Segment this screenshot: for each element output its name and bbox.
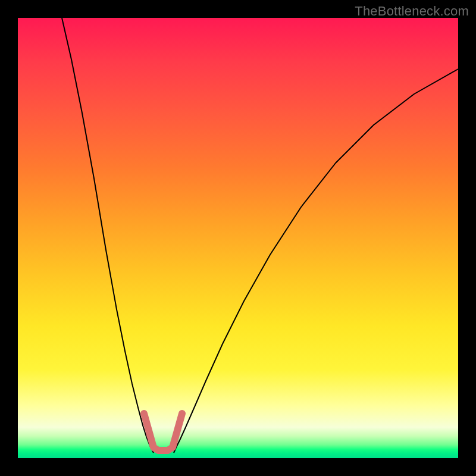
left-curve <box>62 18 154 453</box>
chart-frame: TheBottleneck.com <box>0 0 476 476</box>
chart-curves <box>18 18 458 458</box>
watermark-text: TheBottleneck.com <box>355 4 469 19</box>
marker-v <box>144 414 182 450</box>
right-curve <box>174 69 458 453</box>
chart-plot-area <box>18 18 458 458</box>
